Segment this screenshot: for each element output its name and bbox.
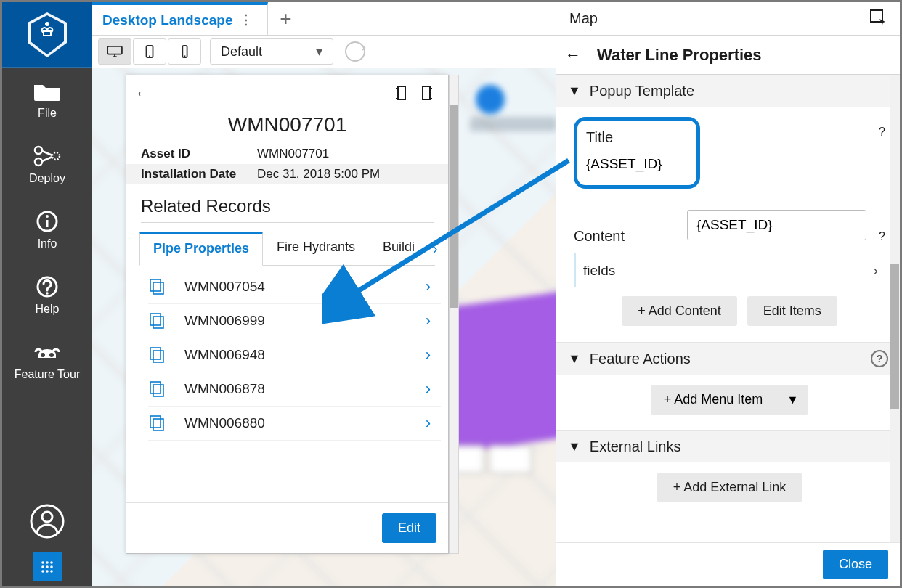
svg-point-14: [46, 561, 49, 564]
dock-left-button[interactable]: [389, 83, 407, 102]
help-title-button[interactable]: ?: [879, 126, 885, 139]
svg-point-17: [46, 565, 49, 568]
panel-subtitle: Water Line Properties: [597, 46, 762, 65]
svg-point-10: [49, 353, 54, 357]
related-tabs: Pipe Properties Fire Hydrants Buildi ›: [139, 232, 435, 266]
svg-point-19: [41, 570, 44, 573]
svg-point-2: [35, 158, 42, 166]
svg-point-9: [41, 353, 45, 357]
sidebar-item-info[interactable]: Info: [2, 198, 92, 264]
grid-icon: [40, 560, 54, 574]
svg-point-21: [50, 570, 53, 573]
add-menu-item-button[interactable]: + Add Menu Item: [651, 385, 777, 415]
add-external-link-button[interactable]: + Add External Link: [657, 473, 803, 502]
svg-rect-27: [423, 86, 430, 99]
close-button[interactable]: Close: [823, 550, 888, 579]
device-tablet-button[interactable]: [133, 38, 166, 65]
related-tab-fire-hydrants[interactable]: Fire Hydrants: [263, 232, 369, 265]
rotate-button[interactable]: [342, 38, 368, 65]
related-tab-more[interactable]: Buildi: [369, 232, 428, 265]
user-avatar[interactable]: [2, 490, 92, 552]
field-label: Installation Date: [141, 167, 257, 181]
avatar-icon: [29, 503, 65, 539]
related-records-list: WMN007054 › WMN006999 › WMN006948 › WMN0…: [126, 266, 448, 441]
related-record-row[interactable]: WMN006948 ›: [148, 338, 441, 372]
sidebar-item-file[interactable]: File: [2, 68, 92, 133]
edit-button[interactable]: Edit: [382, 513, 436, 543]
panel-header-label: Map: [569, 10, 598, 27]
svg-rect-22: [107, 46, 122, 54]
svg-point-12: [42, 512, 52, 522]
dropdown-value: Default: [221, 44, 262, 60]
svg-rect-26: [398, 86, 405, 99]
section-title: Feature Actions: [590, 351, 691, 367]
brand-logo: [2, 2, 92, 68]
popup-back-button[interactable]: ←: [135, 85, 150, 102]
popup-scrollbar[interactable]: [449, 75, 459, 554]
dock-left-icon: [389, 85, 407, 101]
related-tab-pipe-properties[interactable]: Pipe Properties: [139, 232, 263, 266]
tabs-scroll-right[interactable]: ›: [428, 240, 442, 257]
help-feature-actions-button[interactable]: ?: [871, 350, 888, 367]
sidebar-label: Help: [36, 303, 60, 316]
svg-rect-34: [150, 382, 161, 393]
rotate-icon: [343, 39, 367, 64]
title-input-full[interactable]: [687, 210, 866, 240]
svg-rect-35: [153, 385, 163, 396]
feature-popup: ← WMN007701 Asset ID WMN007701 Installat…: [126, 75, 449, 554]
sidebar-item-feature-tour[interactable]: Feature Tour: [2, 329, 92, 394]
record-label: WMN006948: [184, 347, 408, 363]
svg-point-8: [46, 292, 49, 295]
svg-point-0: [45, 22, 49, 26]
svg-point-15: [50, 561, 53, 564]
content-fields-row[interactable]: fields ›: [574, 253, 885, 287]
tablet-icon: [141, 45, 158, 58]
add-menu-item-caret[interactable]: ▼: [776, 385, 808, 415]
dock-right-button[interactable]: [420, 83, 439, 102]
title-input[interactable]: [586, 153, 688, 175]
svg-point-25: [346, 42, 365, 61]
title-field-label: Title: [586, 129, 688, 146]
tab-desktop-landscape[interactable]: Desktop Landscape ⋮: [92, 2, 268, 35]
sidebar-item-deploy[interactable]: Deploy: [2, 133, 92, 198]
tour-icon: [31, 339, 63, 365]
svg-point-1: [35, 147, 42, 154]
app-grid-button[interactable]: [33, 552, 62, 581]
svg-rect-36: [150, 416, 161, 428]
related-record-row[interactable]: WMN007054 ›: [148, 270, 441, 304]
deploy-icon: [31, 143, 63, 169]
panel-back-button[interactable]: ←: [565, 46, 588, 65]
device-phone-button[interactable]: [168, 38, 201, 65]
add-content-button[interactable]: + Add Content: [622, 296, 737, 326]
section-title: External Links: [590, 438, 681, 455]
section-feature-actions-header[interactable]: ▼ Feature Actions ?: [556, 343, 900, 375]
related-record-row[interactable]: WMN006878 ›: [148, 372, 441, 407]
field-value: WMN007701: [257, 147, 329, 161]
monitor-icon: [106, 45, 123, 58]
layout-dropdown[interactable]: Default ▾: [210, 38, 333, 65]
related-record-row[interactable]: WMN006880 ›: [148, 407, 441, 441]
svg-rect-37: [153, 419, 163, 430]
chevron-down-icon: ▼: [568, 83, 581, 99]
help-content-button[interactable]: ?: [879, 230, 885, 243]
panel-scrollbar[interactable]: [890, 75, 900, 542]
sidebar-label: Deploy: [29, 172, 65, 185]
svg-rect-31: [153, 317, 163, 328]
tab-menu-icon[interactable]: ⋮: [235, 12, 257, 28]
chevron-down-icon: ▼: [568, 439, 581, 454]
section-external-links-header[interactable]: ▼ External Links: [556, 431, 900, 462]
info-icon: [31, 208, 63, 234]
related-record-row[interactable]: WMN006999 ›: [148, 304, 441, 338]
popup-field-row: Asset ID WMN007701: [126, 144, 448, 164]
select-element-button[interactable]: [869, 9, 887, 29]
svg-point-20: [46, 570, 49, 573]
sidebar-item-help[interactable]: Help: [2, 264, 92, 329]
record-label: WMN007054: [184, 279, 408, 295]
chevron-right-icon: ›: [873, 262, 878, 279]
device-desktop-button[interactable]: [98, 38, 131, 65]
section-popup-template-header[interactable]: ▼ Popup Template: [556, 75, 900, 107]
edit-items-button[interactable]: Edit Items: [747, 296, 837, 326]
popup-field-row: Installation Date Dec 31, 2018 5:00 PM: [126, 164, 448, 184]
new-tab-button[interactable]: +: [268, 2, 304, 35]
field-value: Dec 31, 2018 5:00 PM: [257, 167, 380, 181]
